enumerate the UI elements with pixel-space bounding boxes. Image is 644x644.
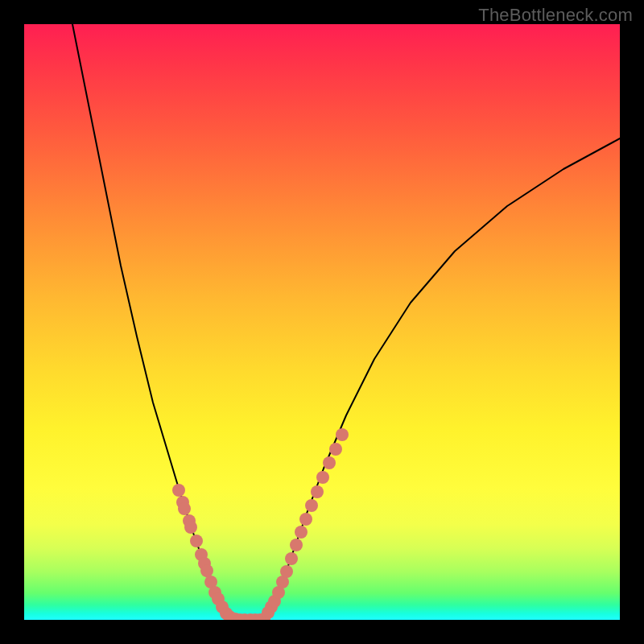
svg-point-31 <box>299 513 312 526</box>
svg-point-32 <box>305 499 318 512</box>
chart-stage: TheBottleneck.com <box>0 0 644 644</box>
svg-point-36 <box>329 443 342 456</box>
chart-dots <box>172 428 349 620</box>
svg-point-29 <box>290 539 303 551</box>
chart-lines <box>72 24 620 620</box>
svg-point-33 <box>311 485 324 498</box>
svg-point-34 <box>316 471 329 484</box>
watermark-text: TheBottleneck.com <box>478 5 633 26</box>
svg-point-4 <box>184 521 197 534</box>
svg-point-37 <box>336 428 349 441</box>
svg-point-0 <box>172 484 185 497</box>
svg-point-2 <box>178 502 191 515</box>
svg-point-27 <box>280 565 293 578</box>
svg-point-8 <box>200 564 213 577</box>
svg-point-30 <box>295 526 308 539</box>
plot-area <box>24 24 620 620</box>
svg-point-5 <box>190 535 203 547</box>
svg-point-28 <box>285 552 298 565</box>
chart-svg <box>24 24 620 620</box>
svg-point-35 <box>323 456 336 469</box>
